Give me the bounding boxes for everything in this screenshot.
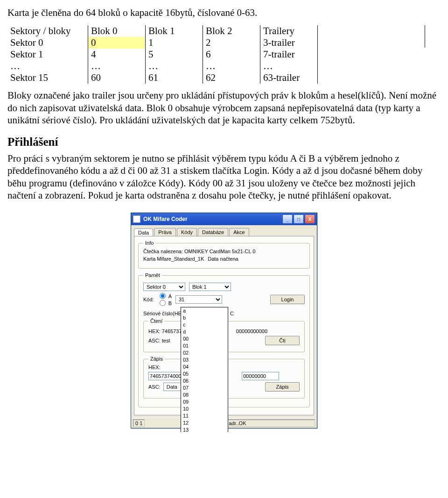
cell: 1 [146, 37, 203, 49]
radio-b[interactable]: B [160, 300, 172, 306]
login-button[interactable]: Login [270, 295, 305, 304]
info-legend: Info [143, 240, 155, 246]
th: Blok 0 [88, 25, 146, 37]
code-option[interactable]: 08 [181, 391, 228, 398]
titlebar[interactable]: OK Mifare Coder _ □ X [131, 213, 317, 225]
th: Blok 2 [203, 25, 260, 37]
tab-akce[interactable]: Akce [229, 228, 249, 236]
heading-login: Přihlášení [7, 135, 441, 149]
pamet-legend: Pamět [143, 272, 162, 278]
code-option[interactable]: 02 [181, 349, 228, 356]
cell: … [88, 60, 146, 72]
tab-data[interactable]: Data [134, 228, 153, 236]
cell: 62 [203, 72, 260, 84]
code-dropdown-list[interactable]: a b c d 00 01 02 03 04 05 06 07 08 09 10… [181, 307, 228, 432]
serial-label: Sériové číslo(HE [143, 311, 182, 316]
cell: 3-trailer [260, 37, 318, 49]
cell: … [260, 60, 318, 72]
code-select[interactable]: 31 [175, 295, 222, 304]
window-title: OK Mifare Coder [143, 216, 188, 222]
maximize-button[interactable]: □ [294, 214, 304, 224]
paragraph: Pro práci s vybraným sektorem je nutno s… [7, 152, 441, 201]
code-option[interactable]: 13 [181, 427, 228, 432]
tab-kody[interactable]: Kódy [177, 228, 197, 236]
code-option[interactable]: a [181, 307, 228, 314]
code-option[interactable]: 12 [181, 420, 228, 427]
code-option[interactable]: c [181, 321, 228, 328]
radio-b-input[interactable] [160, 300, 166, 306]
text-cursor [425, 25, 425, 48]
cell: 60 [88, 72, 146, 84]
blok-select[interactable]: Blok 1 [189, 283, 231, 291]
cell: 63-trailer [260, 72, 318, 84]
cell: 6 [203, 49, 260, 60]
tab-databaze[interactable]: Databáze [198, 228, 228, 236]
tabs: Data Práva Kódy Databáze Akce [131, 225, 317, 236]
zapis-button[interactable]: Zápis [265, 382, 300, 391]
cell: 61 [146, 72, 203, 84]
cell: Sektor 1 [7, 49, 88, 60]
cell: 2 [203, 37, 260, 49]
cell: Sektor 0 [7, 37, 88, 49]
radio-a-label: A [168, 293, 172, 299]
cell: 7-trailer [260, 49, 318, 60]
cteni-asc: ASC: test [148, 338, 170, 343]
cell: … [146, 60, 203, 72]
cti-button[interactable]: Čti [265, 336, 300, 345]
kod-label: Kód: [143, 297, 154, 302]
paragraph: Bloky označené jako trailer jsou určeny … [7, 89, 441, 126]
code-option[interactable]: 05 [181, 370, 228, 377]
app-icon [133, 215, 140, 223]
status-left: 0 1 [133, 420, 145, 427]
serial-tail: C [230, 311, 234, 316]
code-option[interactable]: 07 [181, 384, 228, 391]
sektor-select[interactable]: Sektor 0 [143, 283, 185, 291]
cell: 4 [88, 49, 146, 60]
info-card: Karta Mifare_Standard_1K [143, 256, 204, 262]
tab-prava[interactable]: Práva [154, 228, 176, 236]
info-data-loaded: Data načtena [208, 256, 238, 262]
code-option[interactable]: 03 [181, 356, 228, 363]
zapis-asc-label: ASC: [148, 384, 161, 390]
th: Trailery [260, 25, 318, 37]
code-option[interactable]: d [181, 328, 228, 335]
cteni-hex-tail: 00000000000 [236, 328, 267, 334]
radio-a-input[interactable] [160, 293, 166, 299]
radio-a[interactable]: A [160, 293, 172, 299]
cell: 5 [146, 49, 203, 60]
code-option[interactable]: b [181, 314, 228, 321]
radio-b-label: B [168, 300, 172, 306]
code-option[interactable]: 00 [181, 335, 228, 342]
cteni-legend: Čtení [148, 318, 164, 324]
tab-panel: Info Čtečka nalezena: OMNIKEY CardMan 5x… [134, 236, 314, 415]
th: Blok 1 [146, 25, 203, 37]
code-option[interactable]: 09 [181, 398, 228, 406]
cell: Sektor 15 [7, 72, 88, 84]
minimize-button[interactable]: _ [282, 214, 293, 224]
cell: 0 [88, 37, 146, 49]
status-right: ení z adr..OK [214, 420, 315, 427]
sectors-table: Sektory / bloky Blok 0 Blok 1 Blok 2 Tra… [7, 25, 318, 84]
zapis-hex-right[interactable] [242, 372, 279, 380]
cell: … [7, 60, 88, 72]
code-option[interactable]: 10 [181, 406, 228, 413]
app-window: OK Mifare Coder _ □ X Data Práva Kódy Da… [131, 213, 317, 428]
th: Sektory / bloky [7, 25, 88, 37]
info-line1: Čtečka nalezena: OMNIKEY CardMan 5x21-CL… [143, 249, 305, 254]
cell: … [203, 60, 260, 72]
code-option[interactable]: 11 [181, 413, 228, 420]
zapis-legend: Zápis [148, 356, 165, 362]
intro-line: Karta je členěna do 64 bloků o kapacitě … [7, 7, 441, 19]
code-option[interactable]: 01 [181, 342, 228, 349]
code-option[interactable]: 06 [181, 377, 228, 384]
code-option[interactable]: 04 [181, 363, 228, 370]
close-button[interactable]: X [305, 214, 315, 224]
info-fieldset: Info Čtečka nalezena: OMNIKEY CardMan 5x… [138, 240, 310, 269]
pamet-fieldset: Pamět Sektor 0 Blok 1 Kód: A B [138, 272, 310, 407]
